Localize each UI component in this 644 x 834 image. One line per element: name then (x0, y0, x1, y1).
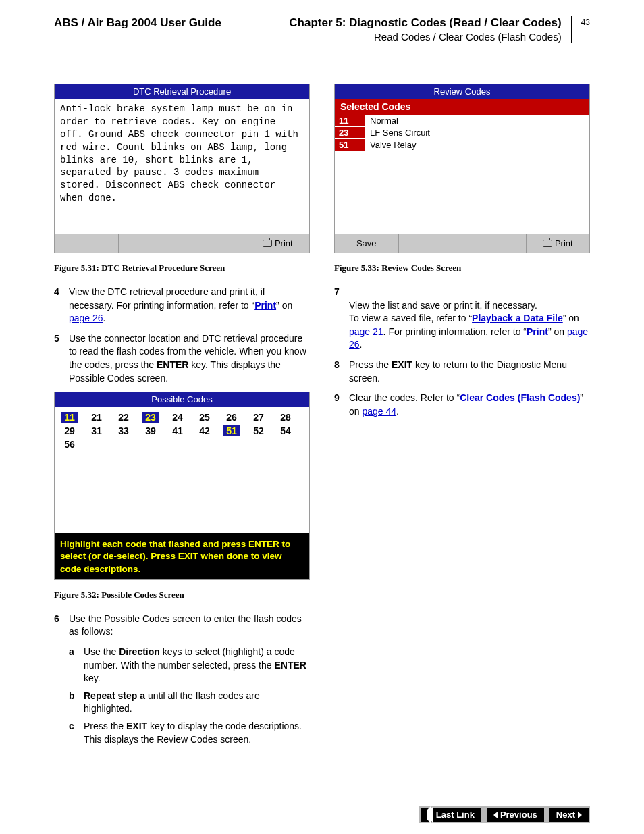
dtc-screen-title: DTC Retrieval Procedure (55, 84, 309, 99)
selected-codes-header: Selected Codes (335, 99, 589, 115)
link-print[interactable]: Print (527, 326, 548, 337)
code-number[interactable]: 31 (88, 425, 105, 436)
next-button[interactable]: Next (549, 808, 589, 822)
link-page-21[interactable]: page 21 (349, 326, 383, 337)
code-number[interactable]: 29 (61, 425, 78, 436)
review-code-number: 11 (335, 115, 365, 127)
substep-letter: c (69, 720, 84, 746)
step-number: 8 (334, 359, 349, 385)
substep-text: Press the EXIT key to display the code d… (84, 720, 310, 746)
substep-letter: a (69, 646, 84, 685)
save-button[interactable]: Save (335, 234, 399, 253)
codes-row: 112122232425262728 (61, 412, 302, 423)
page-number: 43 (581, 18, 590, 27)
code-number[interactable]: 41 (169, 425, 186, 436)
possible-codes-title: Possible Codes (55, 392, 309, 407)
codes-grid: 11212223242526272829313339414251525456 (55, 407, 309, 458)
review-code-number: 23 (335, 127, 365, 139)
last-link-button[interactable]: Last Link (421, 808, 481, 822)
step-number: 9 (334, 392, 349, 418)
chapter-title: Chapter 5: Diagnostic Codes (Read / Clea… (221, 16, 562, 30)
codes-row: 293133394142515254 (61, 425, 302, 436)
figure-caption-5-33: Figure 5.33: Review Codes Screen (334, 263, 590, 273)
code-number[interactable]: 28 (277, 412, 294, 423)
link-playback-data-file[interactable]: Playback a Data File (472, 313, 563, 323)
step-text: Press the EXIT key to return to the Diag… (349, 359, 590, 385)
left-column: DTC Retrieval Procedure Anti-lock brake … (54, 84, 310, 746)
review-code-row[interactable]: 51Valve Relay (335, 139, 589, 151)
footer-cell (119, 234, 183, 253)
step-text: Use the Possible Codes screen to enter t… (69, 613, 310, 639)
code-number[interactable]: 26 (223, 412, 240, 423)
review-codes-screen: Review Codes Selected Codes 11Normal23LF… (334, 84, 590, 253)
link-page-26[interactable]: page 26 (69, 313, 103, 323)
step-5: 5 Use the connector location and DTC ret… (54, 332, 310, 385)
code-number[interactable]: 11 (61, 412, 78, 423)
print-icon (263, 240, 272, 247)
step-number: 6 (54, 613, 69, 639)
step-8: 8 Press the EXIT key to return to the Di… (334, 359, 590, 385)
chapter-subtitle: Read Codes / Clear Codes (Flash Codes) (221, 31, 562, 43)
doc-title: ABS / Air Bag 2004 User Guide (54, 16, 221, 30)
columns: DTC Retrieval Procedure Anti-lock brake … (54, 84, 590, 746)
link-page-44[interactable]: page 44 (362, 406, 396, 417)
substep-letter: b (69, 689, 84, 716)
code-number[interactable]: 51 (223, 425, 240, 436)
possible-codes-hint: Highlight each code that flashed and pre… (55, 533, 309, 579)
step-number: 7 (334, 286, 349, 352)
step-text: Use the connector location and DTC retri… (69, 332, 310, 385)
dtc-screen-body: Anti-lock brake system lamp must be on i… (55, 99, 309, 234)
review-codes-title: Review Codes (335, 84, 589, 99)
footer-cell (399, 234, 463, 253)
code-number[interactable]: 33 (115, 425, 132, 436)
step-6a: a Use the Direction keys to select (high… (69, 646, 310, 685)
link-print[interactable]: Print (254, 300, 276, 311)
header-divider (571, 16, 572, 43)
footer-cell (462, 234, 527, 253)
step-text: View the DTC retrieval procedure and pri… (69, 286, 310, 325)
step-4: 4 View the DTC retrieval procedure and p… (54, 286, 310, 325)
footer-cell (55, 234, 119, 253)
step-6c: c Press the EXIT key to display the code… (69, 720, 310, 746)
next-label: Next (556, 810, 575, 820)
code-number[interactable]: 39 (142, 425, 159, 436)
step-6b: b Repeat step a until all the flash code… (69, 689, 310, 716)
code-number[interactable]: 25 (196, 412, 213, 423)
print-label: Print (555, 238, 573, 249)
step-text: View the list and save or print it, if n… (349, 286, 590, 352)
link-clear-codes[interactable]: Clear Codes (Flash Codes) (460, 392, 580, 403)
previous-button[interactable]: Previous (487, 808, 544, 822)
code-number[interactable]: 42 (196, 425, 213, 436)
code-number[interactable]: 27 (250, 412, 267, 423)
substep-text: Use the Direction keys to select (highli… (84, 646, 310, 685)
code-number[interactable]: 24 (169, 412, 186, 423)
right-column: Review Codes Selected Codes 11Normal23LF… (334, 84, 590, 746)
review-code-row[interactable]: 11Normal (335, 115, 589, 127)
print-button[interactable]: Print (527, 234, 590, 253)
possible-codes-screen: Possible Codes 1121222324252627282931333… (54, 392, 310, 580)
code-number[interactable]: 22 (115, 412, 132, 423)
step-number: 4 (54, 286, 69, 325)
code-number[interactable]: 56 (61, 439, 78, 450)
print-button[interactable]: Print (246, 234, 310, 253)
code-number[interactable]: 21 (88, 412, 105, 423)
step-9: 9 Clear the codes. Refer to “Clear Codes… (334, 392, 590, 418)
double-arrow-left-icon (427, 810, 433, 820)
code-number[interactable]: 52 (250, 425, 267, 436)
footer-cell (182, 234, 246, 253)
review-screen-footer: Save Print (335, 234, 589, 253)
code-number[interactable]: 23 (142, 412, 159, 423)
review-code-row[interactable]: 23LF Sens Circuit (335, 127, 589, 139)
page: ABS / Air Bag 2004 User Guide Chapter 5:… (0, 0, 644, 834)
review-rows: 11Normal23LF Sens Circuit51Valve Relay (335, 115, 589, 234)
step-7: 7 View the list and save or print it, if… (334, 286, 590, 352)
review-code-desc: Normal (365, 115, 404, 127)
figure-caption-5-31: Figure 5.31: DTC Retrieval Procedure Scr… (54, 263, 310, 273)
review-code-desc: Valve Relay (365, 139, 421, 151)
code-number[interactable]: 54 (277, 425, 294, 436)
codes-row: 56 (61, 439, 302, 450)
step-text: Clear the codes. Refer to “Clear Codes (… (349, 392, 590, 418)
print-icon (543, 240, 552, 247)
review-code-number: 51 (335, 139, 365, 151)
step-6: 6 Use the Possible Codes screen to enter… (54, 613, 310, 639)
